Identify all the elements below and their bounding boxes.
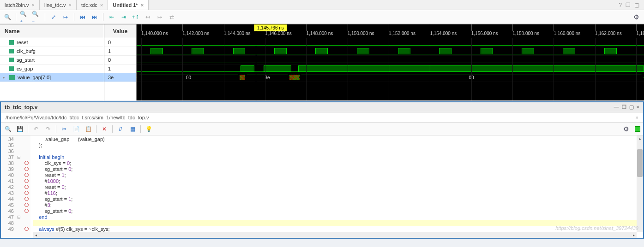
next-edge-icon[interactable]: ⇥ [119,12,128,22]
wave-row-clk [137,47,644,56]
restore-icon[interactable]: ❐ [626,2,631,8]
signal-value-panel: Value 0 1 0 1 3e [104,24,137,100]
close-icon[interactable]: × [69,2,72,8]
help-icon[interactable]: ? [619,2,622,8]
save-icon[interactable]: 💾 [16,125,24,133]
signal-name: sg_start [17,57,35,63]
bit-icon [9,66,14,71]
signal-name: reset [17,40,28,45]
maximize-icon[interactable]: ▢ [629,104,634,110]
editor-toolbar: 🔍 💾 ↶ ↷ ✂ 📄 📋 ✕ // ▦ 💡 ⚙ [1,123,643,135]
signal-row[interactable]: sg_start [0,56,104,65]
gear-icon[interactable]: ⚙ [623,125,631,133]
signal-name-panel: Name reset clk_bufg sg_start cs_gap ▸val… [0,24,104,100]
cursor-time-label[interactable]: 1,145.766 ns [254,24,287,31]
cursor-line[interactable] [256,30,256,100]
copy-icon[interactable]: 📄 [72,125,80,133]
undo-icon[interactable]: ↶ [32,125,40,133]
signal-row[interactable]: clk_bufg [0,47,104,56]
code-editor-panel: tb_tdc_top.v — ❐ ▢ × /home/lcl/Prj/Vivad… [0,101,644,239]
signal-name: cs_gap [17,66,33,71]
close-icon[interactable]: × [100,2,103,8]
wave-row-reset [137,38,644,47]
wave-row-csgap [137,65,644,73]
time-ruler: 1,140.000 ns1,142.000 ns1,144.000 ns1,14… [137,24,644,38]
close-icon[interactable]: × [637,104,639,110]
zoom-fit-icon[interactable]: ⤢ [49,12,58,22]
scroll-thumb[interactable] [637,149,643,177]
next-marker-icon[interactable]: ↦ [155,12,164,22]
scroll-up-icon[interactable]: ▴ [637,135,643,141]
editor-title: tb_tdc_top.v [5,104,37,111]
bit-icon [9,40,14,45]
value-cell-selected: 3e [104,73,136,82]
value-cell: 1 [104,47,136,56]
delete-icon[interactable]: ✕ [100,125,108,133]
vertical-scrollbar[interactable]: ▴ [637,135,643,232]
waveform-region: Name reset clk_bufg sg_start cs_gap ▸val… [0,24,644,100]
wave-row-valuegap: 00 3e 00 [137,73,644,82]
first-icon[interactable]: ⏮ [78,12,87,22]
last-icon[interactable]: ⏭ [90,12,99,22]
file-tab[interactable]: latch2bin.v× [0,0,40,10]
window-controls: ? ❐ ▢ [614,0,644,10]
signal-row[interactable]: reset [0,38,104,47]
maximize-icon[interactable]: ▢ [634,2,639,8]
search-icon[interactable]: 🔍 [4,125,12,133]
wave-row-sgstart [137,56,644,65]
bit-icon [9,58,14,62]
paste-icon[interactable]: 📋 [84,125,92,133]
wave-toolbar: 🔍 🔍₊ 🔍₋ ⤢ ↦ ⏮ ⏭ ⇤ ⇥ +↾ ↤ ↦ ⇄ ⚙ [0,10,644,24]
breakpoint-column[interactable] [22,135,30,238]
line-number-gutter: 34353637383940414243444546474849 [1,135,16,238]
value-header: Value [104,24,136,38]
bus-icon [9,75,15,80]
column-select-icon[interactable]: ▦ [128,125,137,133]
search-icon[interactable]: 🔍 [3,12,12,22]
value-cell: 0 [104,38,136,47]
bit-icon [9,49,14,53]
signal-row-selected[interactable]: ▸value_gap[7:0] [0,73,104,82]
fold-column[interactable]: ⊟ ⊟ [16,135,22,238]
file-tab-label: latch2bin.v [5,2,29,8]
scroll-left-icon[interactable]: ◂ [33,232,39,238]
signal-row[interactable]: cs_gap [0,65,104,73]
add-marker-icon[interactable]: +↾ [131,12,140,22]
signal-name: clk_bufg [17,48,36,54]
name-header: Name [0,24,104,38]
file-tab-label: Untitled 1* [113,2,138,8]
file-tab-active[interactable]: Untitled 1*× [108,0,149,10]
close-icon[interactable]: × [636,115,638,120]
scroll-right-icon[interactable]: ▸ [631,232,637,238]
file-tab[interactable]: tdc.xdc× [77,0,108,10]
swap-icon[interactable]: ⇄ [167,12,176,22]
cut-icon[interactable]: ✂ [60,125,68,133]
sync-indicator[interactable] [635,126,640,132]
prev-marker-icon[interactable]: ↤ [143,12,152,22]
code-lines[interactable]: .value_gap (value_gap) ); initial begin … [30,135,643,238]
redo-icon[interactable]: ↷ [44,125,52,133]
file-tab[interactable]: line_tdc.v× [40,0,77,10]
file-tab-label: tdc.xdc [81,2,97,8]
zoom-out-icon[interactable]: 🔍₋ [32,12,41,22]
waveform-canvas[interactable]: 1,145.766 ns 1,140.000 ns1,142.000 ns1,1… [137,24,644,100]
close-icon[interactable]: × [32,2,35,8]
chevron-right-icon[interactable]: ▸ [3,75,6,80]
close-icon[interactable]: × [141,2,144,8]
editor-titlebar: tb_tdc_top.v — ❐ ▢ × [1,102,643,112]
editor-path: /home/lcl/Prj/Vivado/tdc/tdc_t/tdc_t.src… [6,115,149,120]
minimize-icon[interactable]: — [614,104,619,110]
restore-icon[interactable]: ❐ [622,104,626,110]
signal-name: value_gap[7:0] [18,75,51,80]
file-tab-bar: latch2bin.v× line_tdc.v× tdc.xdc× Untitl… [0,0,644,10]
bulb-icon[interactable]: 💡 [144,125,153,133]
comment-icon[interactable]: // [116,125,125,133]
value-cell: 0 [104,56,136,65]
file-tab-label: line_tdc.v [44,2,66,8]
goto-cursor-icon[interactable]: ↦ [61,12,70,22]
zoom-in-icon[interactable]: 🔍₊ [20,12,29,22]
horizontal-scrollbar[interactable]: ◂▸ [33,232,637,238]
gear-icon[interactable]: ⚙ [633,13,641,21]
code-area[interactable]: 34353637383940414243444546474849 ⊟ ⊟ .va… [1,135,643,238]
prev-edge-icon[interactable]: ⇤ [107,12,116,22]
